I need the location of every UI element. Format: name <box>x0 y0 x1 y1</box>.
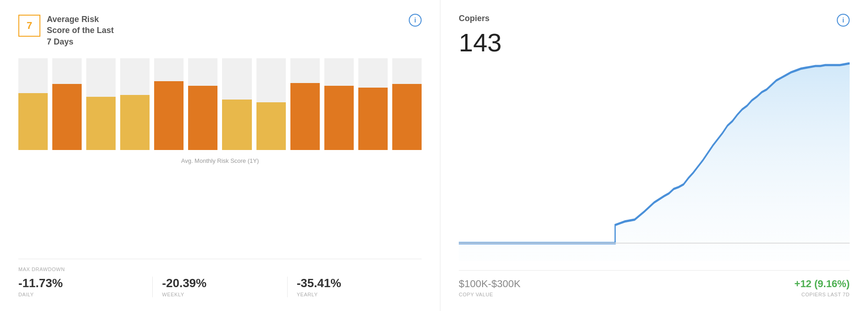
bar-fill <box>222 100 251 150</box>
bar-background <box>324 58 354 86</box>
left-panel: 7 Average Risk Score of the Last 7 Days … <box>0 0 440 311</box>
bar-fill <box>154 81 184 150</box>
bar-column <box>18 58 48 150</box>
copiers-label: Copiers <box>459 14 490 23</box>
bar-background <box>256 58 286 102</box>
bar-background <box>290 58 320 83</box>
bar-background <box>392 58 422 84</box>
copiers-header: Copiers i <box>459 14 850 27</box>
bar-fill <box>86 97 116 150</box>
copiers-last7d-stat: +12 (9.16%) COPIERS LAST 7D <box>795 278 850 297</box>
drawdown-values: -11.73%DAILY-20.39%WEEKLY-35.41%YEARLY <box>18 277 422 297</box>
drawdown-period: DAILY <box>18 292 143 297</box>
bars-container <box>18 58 422 150</box>
bar-column <box>290 58 320 150</box>
drawdown-item: -20.39%WEEKLY <box>152 277 287 297</box>
drawdown-section-label: MAX DRAWDOWN <box>18 267 422 272</box>
bar-background <box>154 58 184 81</box>
bar-background <box>86 58 116 97</box>
drawdown-period: WEEKLY <box>162 292 287 297</box>
copiers-last7d-label: COPIERS LAST 7D <box>795 292 850 297</box>
bar-fill <box>52 84 82 150</box>
bar-fill <box>188 86 217 150</box>
bar-fill <box>290 83 320 150</box>
bar-fill <box>18 93 48 150</box>
left-header: 7 Average Risk Score of the Last 7 Days … <box>18 14 422 47</box>
copy-value-label: COPY VALUE <box>459 292 521 297</box>
panel-title: Average Risk Score of the Last 7 Days <box>47 14 114 47</box>
bar-fill <box>392 84 422 150</box>
chart-label: Avg. Monthly Risk Score (1Y) <box>18 157 422 164</box>
drawdown-section: MAX DRAWDOWN -11.73%DAILY-20.39%WEEKLY-3… <box>18 259 422 297</box>
drawdown-value: -11.73% <box>18 277 143 290</box>
info-icon-right[interactable]: i <box>837 14 850 27</box>
bar-background <box>18 58 48 93</box>
bar-column <box>154 58 184 150</box>
bar-column <box>392 58 422 150</box>
bar-column <box>222 58 251 150</box>
bar-background <box>120 58 150 95</box>
copiers-chart <box>459 62 850 261</box>
drawdown-period: YEARLY <box>297 292 422 297</box>
copy-value-stat: $100K-$300K COPY VALUE <box>459 278 521 297</box>
bar-column <box>358 58 388 150</box>
bar-column <box>256 58 286 150</box>
bar-column <box>52 58 82 150</box>
bar-fill <box>358 88 388 150</box>
bar-column <box>120 58 150 150</box>
bar-column <box>188 58 217 150</box>
bar-fill <box>120 95 150 150</box>
bar-fill <box>256 102 286 150</box>
copiers-last7d-value: +12 (9.16%) <box>795 278 850 290</box>
bar-background <box>52 58 82 84</box>
bar-fill <box>324 86 354 150</box>
copy-value-value: $100K-$300K <box>459 278 521 290</box>
bar-column <box>324 58 354 150</box>
bar-background <box>188 58 217 86</box>
bar-column <box>86 58 116 150</box>
bar-chart-area: Avg. Monthly Risk Score (1Y) <box>18 58 422 248</box>
info-icon-left[interactable]: i <box>409 14 422 27</box>
bar-background <box>358 58 388 88</box>
drawdown-value: -20.39% <box>162 277 287 290</box>
copiers-count: 143 <box>459 28 850 57</box>
risk-score-badge: 7 <box>18 15 40 37</box>
right-panel: Copiers i 143 $100K-$300K COPY VALUE <box>440 0 868 311</box>
drawdown-item: -11.73%DAILY <box>18 277 152 297</box>
bar-background <box>222 58 251 100</box>
title-row: 7 Average Risk Score of the Last 7 Days <box>18 14 114 47</box>
drawdown-item: -35.41%YEARLY <box>287 277 422 297</box>
copiers-stats: $100K-$300K COPY VALUE +12 (9.16%) COPIE… <box>459 270 850 297</box>
drawdown-value: -35.41% <box>297 277 422 290</box>
